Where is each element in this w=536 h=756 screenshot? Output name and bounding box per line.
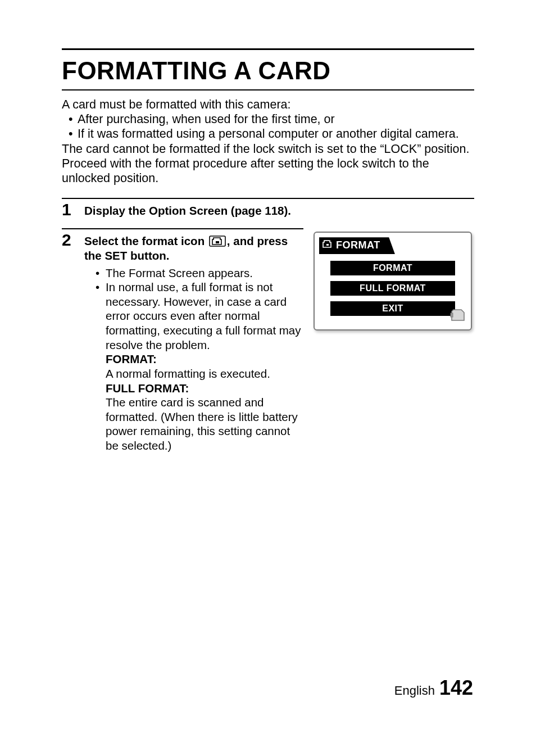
format-card-icon — [209, 236, 226, 247]
sd-card-lock-icon — [449, 308, 466, 325]
format-text: A normal formatting is executed. — [84, 366, 303, 381]
svg-rect-2 — [326, 244, 329, 246]
svg-rect-3 — [451, 313, 453, 317]
screen-title-tab: FORMAT — [319, 237, 395, 254]
step2-sublist: The Format Screen appears. In normal use… — [84, 266, 303, 352]
rule-top — [62, 48, 474, 50]
step-2-row: 2 Select the format icon , and press the… — [62, 228, 474, 452]
format-label: FORMAT: — [84, 352, 303, 366]
rule-under-title — [62, 89, 474, 90]
step-2: 2 Select the format icon , and press the… — [62, 230, 303, 452]
screen-title: FORMAT — [336, 239, 380, 251]
footer-language: English — [394, 683, 435, 698]
menu-item-format[interactable]: FORMAT — [330, 261, 455, 275]
card-icon — [322, 239, 333, 251]
step-2-left: 2 Select the format icon , and press the… — [62, 228, 303, 452]
screen-title-row: FORMAT — [319, 237, 466, 254]
intro-tail: The card cannot be formatted if the lock… — [62, 142, 474, 186]
step-1: 1 Display the Option Screen (page 118). — [62, 200, 474, 218]
step2-rule — [62, 228, 303, 229]
camera-screen-wrap: FORMAT FORMAT FULL FORMAT EXIT — [314, 228, 474, 331]
step2-heading: Select the format icon , and press the S… — [84, 234, 288, 262]
step2-sub1: The Format Screen appears. — [84, 266, 303, 280]
step2-head-pre: Select the format icon — [84, 234, 208, 247]
step1-rule — [62, 198, 474, 199]
page-footer: English 142 — [394, 676, 473, 700]
full-format-label: FULL FORMAT: — [84, 381, 303, 396]
intro-block: A card must be formatted with this camer… — [62, 97, 474, 185]
intro-bullet-list: After purchasing, when used for the firs… — [62, 112, 474, 141]
page-title: FORMATTING A CARD — [62, 53, 474, 89]
step2-body: Select the format icon , and press the S… — [84, 230, 303, 452]
screen-menu: FORMAT FULL FORMAT EXIT — [319, 261, 466, 316]
intro-bullet-1: After purchasing, when used for the firs… — [69, 112, 474, 126]
svg-rect-1 — [216, 241, 219, 243]
step2-number: 2 — [62, 230, 79, 248]
full-format-text: The entire card is scanned and formatted… — [84, 395, 303, 453]
intro-lead: A card must be formatted with this camer… — [62, 97, 474, 112]
footer-page-number: 142 — [439, 676, 473, 700]
menu-item-exit[interactable]: EXIT — [330, 301, 455, 316]
step1-heading: Display the Option Screen (page 118). — [84, 204, 291, 217]
step1-number: 1 — [62, 200, 79, 218]
steps: 1 Display the Option Screen (page 118). … — [62, 198, 474, 452]
intro-bullet-2: If it was formatted using a personal com… — [69, 126, 474, 141]
step2-sub2: In normal use, a full format is not nece… — [84, 280, 303, 352]
menu-item-full-format[interactable]: FULL FORMAT — [330, 281, 455, 296]
camera-screen: FORMAT FORMAT FULL FORMAT EXIT — [314, 232, 472, 331]
